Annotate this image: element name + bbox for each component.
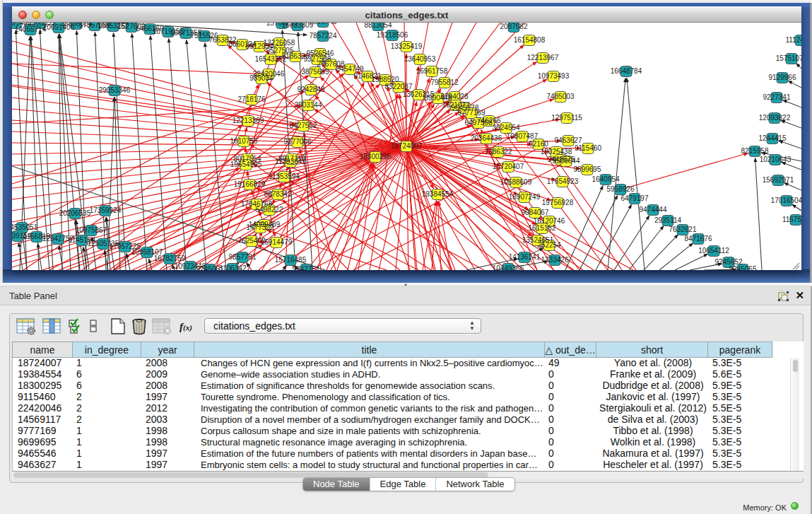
- svg-text:7857224: 7857224: [310, 32, 337, 40]
- svg-text:1640954: 1640954: [592, 175, 620, 183]
- svg-text:1244415: 1244415: [759, 134, 787, 142]
- svg-text:1615152: 1615152: [529, 224, 556, 232]
- svg-text:10210643: 10210643: [760, 156, 792, 163]
- svg-text:7955812: 7955812: [431, 78, 459, 86]
- svg-text:19218506: 19218506: [377, 31, 408, 39]
- svg-text:9463627: 9463627: [555, 136, 582, 144]
- svg-text:12975115: 12975115: [551, 114, 582, 122]
- svg-text:18300295: 18300295: [360, 153, 392, 160]
- svg-text:9474444: 9474444: [640, 206, 667, 214]
- svg-text:1733426: 1733426: [541, 256, 569, 264]
- svg-text:9177006: 9177006: [284, 138, 312, 146]
- svg-text:10688609: 10688609: [500, 178, 532, 186]
- svg-text:16648784: 16648784: [611, 67, 642, 75]
- svg-text:15751074: 15751074: [776, 54, 801, 62]
- svg-text:(x): (x): [183, 323, 192, 332]
- svg-text:1477322: 1477322: [247, 223, 274, 231]
- svg-text:16914479: 16914479: [261, 238, 293, 246]
- svg-text:16782759: 16782759: [154, 255, 186, 262]
- svg-text:8471676: 8471676: [685, 235, 712, 243]
- svg-text:2803144: 2803144: [295, 101, 322, 109]
- svg-text:10973493: 10973493: [538, 72, 570, 80]
- svg-text:2087682: 2087682: [500, 23, 528, 30]
- svg-text:6479197: 6479197: [621, 194, 649, 202]
- svg-text:8017110: 8017110: [278, 155, 306, 163]
- svg-text:9242848: 9242848: [298, 86, 325, 93]
- svg-text:16154808: 16154808: [514, 36, 546, 44]
- svg-text:20206535: 20206535: [59, 209, 91, 217]
- svg-text:11353594: 11353594: [269, 173, 300, 180]
- svg-text:62160: 62160: [529, 140, 548, 148]
- svg-text:1167533: 1167533: [782, 216, 801, 223]
- svg-text:3624554: 3624554: [493, 124, 520, 132]
- svg-text:9115460: 9115460: [575, 144, 602, 152]
- svg-text:8215958: 8215958: [741, 147, 769, 155]
- svg-text:13640953: 13640953: [404, 55, 436, 63]
- svg-text:8878342: 8878342: [264, 190, 292, 198]
- svg-text:9245061: 9245061: [196, 265, 224, 270]
- svg-text:17016504: 17016504: [771, 197, 801, 204]
- svg-text:9857791: 9857791: [229, 253, 257, 261]
- svg-text:7632621: 7632621: [669, 226, 697, 233]
- svg-text:9806743: 9806743: [310, 23, 337, 25]
- svg-text:989034: 989034: [249, 74, 273, 82]
- svg-text:20364436: 20364436: [471, 134, 502, 142]
- svg-text:1610755: 1610755: [230, 137, 258, 145]
- svg-text:17359924: 17359924: [90, 206, 122, 214]
- svg-text:9227341: 9227341: [763, 93, 791, 101]
- svg-text:12093822: 12093822: [759, 114, 791, 122]
- svg-text:12213967: 12213967: [527, 54, 559, 62]
- svg-text:14535051: 14535051: [12, 223, 38, 231]
- svg-text:18724007: 18724007: [391, 142, 423, 150]
- svg-text:10807487: 10807487: [507, 132, 539, 140]
- svg-text:7485003: 7485003: [547, 93, 575, 100]
- svg-text:13226058: 13226058: [264, 39, 295, 47]
- svg-text:19384554: 19384554: [422, 190, 454, 198]
- svg-text:8427552: 8427552: [290, 122, 317, 129]
- svg-text:19654905: 19654905: [230, 160, 262, 168]
- svg-text:14136141: 14136141: [509, 253, 541, 261]
- svg-text:7386322: 7386322: [485, 148, 512, 156]
- svg-text:252254: 252254: [537, 241, 561, 249]
- svg-text:18907249: 18907249: [509, 193, 541, 201]
- svg-text:10975867: 10975867: [76, 226, 107, 234]
- svg-text:8813054: 8813054: [365, 23, 392, 29]
- svg-text:29053346: 29053346: [99, 86, 131, 94]
- svg-text:16961758: 16961758: [416, 67, 448, 75]
- svg-text:15716485: 15716485: [275, 256, 307, 264]
- svg-text:19166829: 19166829: [234, 180, 266, 188]
- svg-text:9342751: 9342751: [293, 265, 320, 270]
- svg-text:15692971: 15692971: [763, 176, 794, 184]
- svg-text:11124047: 11124047: [785, 36, 801, 44]
- svg-text:9899695: 9899695: [574, 165, 601, 173]
- svg-text:10025438: 10025438: [541, 148, 572, 156]
- svg-text:10654112: 10654112: [698, 247, 729, 255]
- svg-text:15720407: 15720407: [493, 163, 524, 170]
- svg-text:5498222: 5498222: [256, 206, 283, 214]
- svg-text:13325419: 13325419: [391, 42, 423, 50]
- svg-text:12213369: 12213369: [233, 117, 264, 124]
- svg-text:10449366: 10449366: [493, 264, 524, 270]
- svg-text:19756928: 19756928: [542, 199, 574, 206]
- svg-text:5958926: 5958926: [607, 185, 635, 193]
- svg-text:9129966: 9129966: [769, 74, 796, 81]
- svg-text:8322037: 8322037: [385, 83, 413, 90]
- svg-text:9777169: 9777169: [458, 109, 486, 117]
- svg-text:2935114: 2935114: [654, 216, 682, 224]
- svg-text:9245065: 9245065: [729, 265, 757, 270]
- svg-text:3875685: 3875685: [302, 68, 329, 76]
- svg-text:17654923: 17654923: [547, 177, 579, 185]
- svg-text:6794028: 6794028: [441, 93, 469, 100]
- svg-text:2718176: 2718176: [238, 95, 266, 103]
- svg-text:9084067: 9084067: [522, 209, 549, 216]
- svg-text:9509644: 9509644: [553, 157, 580, 165]
